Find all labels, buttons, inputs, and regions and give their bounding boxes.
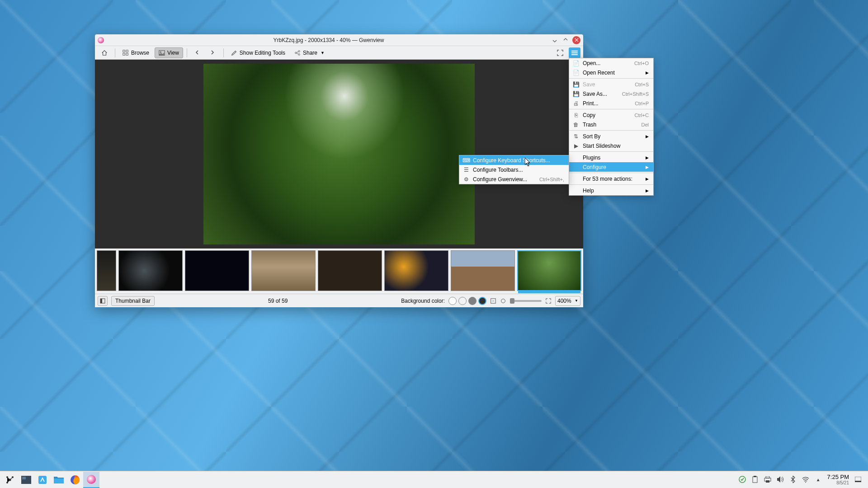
zoom-value: 400% bbox=[557, 298, 571, 304]
zoom-slider[interactable] bbox=[510, 300, 542, 302]
thumbnail-bar-label: Thumbnail Bar bbox=[115, 298, 151, 304]
next-button[interactable] bbox=[206, 47, 220, 58]
hamburger-menu-button[interactable] bbox=[569, 47, 580, 58]
pager-icon bbox=[21, 476, 31, 484]
task-firefox[interactable] bbox=[67, 472, 83, 488]
thumbnail-selected[interactable] bbox=[517, 250, 581, 291]
show-editing-button[interactable]: Show Editing Tools bbox=[227, 47, 289, 58]
tray-show-desktop-icon[interactable] bbox=[854, 476, 862, 483]
menu-plugins[interactable]: Plugins▶ bbox=[569, 153, 653, 162]
menu-configure-shortcuts[interactable]: ⌨Configure Keyboard Shortcuts... bbox=[459, 155, 569, 165]
menu-help[interactable]: Help▶ bbox=[569, 186, 653, 195]
menu-trash[interactable]: 🗑TrashDel bbox=[569, 120, 653, 129]
minimize-button[interactable] bbox=[551, 36, 559, 44]
svg-point-6 bbox=[295, 52, 297, 54]
chevron-right-icon: ▶ bbox=[646, 177, 649, 181]
menu-configure-gwenview[interactable]: ⚙Configure Gwenview...Ctrl+Shift+, bbox=[459, 174, 569, 184]
image-view[interactable] bbox=[95, 60, 583, 249]
menu-open[interactable]: 📄Open...Ctrl+O bbox=[569, 58, 653, 68]
bg-color-label: Background color: bbox=[401, 298, 445, 304]
menu-save: 💾SaveCtrl+S bbox=[569, 80, 653, 89]
menu-open-recent[interactable]: 📄Open Recent▶ bbox=[569, 68, 653, 77]
menu-sort-by[interactable]: ⇅Sort By▶ bbox=[569, 131, 653, 141]
thumbnail-bar-button[interactable]: Thumbnail Bar bbox=[111, 296, 155, 306]
gear-icon: ⚙ bbox=[463, 176, 469, 183]
close-button[interactable] bbox=[572, 36, 580, 44]
bg-swatch-gray[interactable] bbox=[468, 297, 476, 305]
task-pager[interactable] bbox=[18, 472, 34, 488]
share-label: Share bbox=[303, 50, 317, 56]
plasma-icon bbox=[5, 475, 14, 484]
home-button[interactable] bbox=[98, 47, 111, 58]
tray-updates-icon[interactable] bbox=[739, 476, 746, 483]
taskbar-clock[interactable]: 7:25 PM 8/5/21 bbox=[827, 474, 849, 485]
menu-more-actions[interactable]: For 53 more actions:▶ bbox=[569, 174, 653, 183]
svg-rect-23 bbox=[754, 476, 756, 477]
sidebar-toggle-button[interactable] bbox=[98, 296, 108, 306]
share-button[interactable]: Share ▼ bbox=[291, 47, 328, 58]
bg-swatch-light[interactable] bbox=[458, 297, 467, 305]
discover-icon bbox=[38, 475, 47, 485]
maximize-button[interactable] bbox=[561, 36, 570, 44]
sort-icon: ⇅ bbox=[573, 133, 579, 140]
task-gwenview[interactable] bbox=[83, 472, 99, 488]
home-icon bbox=[101, 50, 108, 56]
tray-network-icon[interactable] bbox=[802, 476, 809, 483]
tray-printer-icon[interactable] bbox=[764, 476, 771, 483]
thumbnail[interactable] bbox=[384, 250, 448, 291]
zoom-fill-icon[interactable] bbox=[545, 298, 552, 304]
firefox-icon bbox=[70, 475, 80, 485]
task-dolphin[interactable] bbox=[51, 472, 67, 488]
gwenview-icon bbox=[87, 475, 96, 484]
tray-expand-icon[interactable]: ▲ bbox=[815, 476, 822, 483]
prev-button[interactable] bbox=[191, 47, 204, 58]
menu-copy[interactable]: ⎘CopyCtrl+C bbox=[569, 110, 653, 120]
copy-icon: ⎘ bbox=[573, 112, 579, 118]
svg-rect-0 bbox=[123, 50, 125, 52]
view-button[interactable]: View bbox=[155, 47, 183, 58]
thumbnail[interactable] bbox=[451, 250, 515, 291]
svg-rect-18 bbox=[22, 477, 26, 479]
titlebar[interactable]: YrbKZzq.jpg - 2000x1334 - 40% — Gwenview bbox=[95, 34, 583, 46]
thumbnail-strip bbox=[95, 249, 583, 294]
thumbnail[interactable] bbox=[185, 250, 249, 291]
bg-swatch-dark[interactable] bbox=[478, 297, 486, 305]
zoom-fit-icon[interactable] bbox=[490, 298, 496, 304]
hamburger-menu: 📄Open...Ctrl+O 📄Open Recent▶ 💾SaveCtrl+S… bbox=[569, 58, 654, 196]
svg-rect-1 bbox=[126, 50, 128, 52]
zoom-combo[interactable]: 400% ▼ bbox=[555, 296, 580, 306]
thumbnail[interactable] bbox=[118, 250, 183, 291]
app-launcher-button[interactable] bbox=[2, 472, 18, 488]
tray-klipper-icon[interactable] bbox=[751, 476, 759, 483]
svg-point-5 bbox=[160, 51, 161, 52]
menu-configure[interactable]: Configure▶ bbox=[569, 162, 653, 172]
tray-volume-icon[interactable] bbox=[777, 476, 784, 483]
sliders-icon: ☰ bbox=[463, 167, 469, 173]
thumbnail[interactable] bbox=[97, 250, 116, 291]
chevron-right-icon: ▶ bbox=[646, 165, 649, 169]
chevron-down-icon: ▼ bbox=[321, 51, 325, 55]
statusbar: Thumbnail Bar 59 of 59 Background color:… bbox=[95, 294, 583, 307]
pencil-icon bbox=[231, 50, 237, 56]
menu-slideshow[interactable]: ▶Start Slideshow bbox=[569, 141, 653, 150]
clock-time: 7:25 PM bbox=[827, 474, 849, 480]
chevron-right-icon: ▶ bbox=[646, 188, 649, 193]
thumbnail[interactable] bbox=[251, 250, 316, 291]
menu-save-as[interactable]: 💾Save As...Ctrl+Shift+S bbox=[569, 89, 653, 99]
chevron-right-icon: ▶ bbox=[646, 134, 649, 139]
displayed-image bbox=[203, 64, 475, 244]
zoom-100-icon[interactable] bbox=[500, 298, 506, 304]
window-title: YrbKZzq.jpg - 2000x1334 - 40% — Gwenview bbox=[107, 37, 551, 43]
menu-configure-toolbars[interactable]: ☰Configure Toolbars... bbox=[459, 165, 569, 174]
bg-swatch-white[interactable] bbox=[448, 297, 457, 305]
browse-button[interactable]: Browse bbox=[119, 47, 153, 58]
tray-bluetooth-icon[interactable] bbox=[789, 476, 797, 483]
svg-point-27 bbox=[805, 482, 806, 483]
menu-print[interactable]: 🖨Print...Ctrl+P bbox=[569, 99, 653, 108]
fullscreen-button[interactable] bbox=[553, 47, 567, 58]
view-label: View bbox=[167, 50, 179, 56]
thumbnail[interactable] bbox=[318, 250, 382, 291]
svg-rect-29 bbox=[855, 481, 861, 482]
svg-rect-26 bbox=[766, 480, 769, 483]
task-discover[interactable] bbox=[34, 472, 51, 488]
